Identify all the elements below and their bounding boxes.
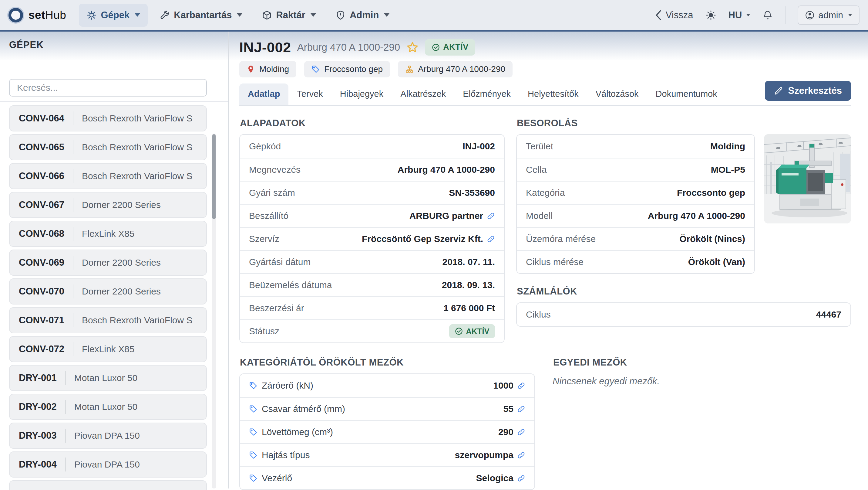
table-row: VezérlőSelogica: [240, 466, 534, 489]
link-icon[interactable]: [517, 382, 525, 390]
machine-list-item[interactable]: DRY-004Piovan DPA 150: [9, 452, 207, 478]
machine-list-item[interactable]: DRY-002Motan Luxor 50: [9, 394, 207, 420]
tab-dokumentumok[interactable]: Dokumentumok: [647, 84, 726, 105]
table-row: Záróerő (kN)1000: [240, 374, 534, 397]
machine-list-item[interactable]: CONV-071Bosch Rexroth VarioFlow S: [9, 307, 207, 333]
machine-code: CONV-067: [19, 199, 64, 210]
row-value: 1 676 000 Ft: [443, 303, 495, 313]
tab-content: ALAPADATOK GépkódINJ-002 MegnevezésArbur…: [239, 106, 851, 490]
link-icon[interactable]: [517, 474, 525, 482]
row-label: Gyári szám: [249, 188, 295, 198]
link-icon[interactable]: [517, 451, 525, 459]
wrench-icon: [159, 10, 170, 20]
table-row: TerületMolding: [517, 135, 754, 158]
chevron-down-icon: [311, 13, 316, 17]
machine-code: CONV-070: [19, 286, 64, 297]
machine-list-item[interactable]: CONV-068FlexLink X85: [9, 221, 207, 247]
link-icon[interactable]: [517, 405, 525, 413]
divider: [73, 111, 73, 125]
sidebar-scrollbar-thumb[interactable]: [212, 134, 216, 219]
table-row: Ciklus méréseÖrökölt (Van): [517, 250, 754, 273]
tab-valtozasok[interactable]: Változások: [587, 84, 647, 105]
box-icon: [262, 10, 272, 20]
row-value: Froccsonto gep: [677, 188, 745, 198]
tab-alkatreszek[interactable]: Alkatrészek: [392, 84, 454, 105]
machine-model: Piovan DPA 150: [74, 459, 140, 470]
machine-list-item[interactable]: CONV-072FlexLink X85: [9, 336, 207, 362]
tag-icon: [249, 474, 257, 482]
tab-tervek[interactable]: Tervek: [288, 84, 331, 105]
machine-model: Dorner 2200 Series: [82, 200, 161, 210]
theme-toggle[interactable]: [706, 10, 716, 21]
row-label: Szervíz: [249, 234, 279, 244]
row-value: Molding: [710, 141, 745, 151]
divider: [73, 140, 73, 154]
tab-hibajegyek[interactable]: Hibajegyek: [332, 84, 392, 105]
edit-button-label: Szerkesztés: [788, 85, 842, 96]
row-value: Örökölt (Nincs): [679, 234, 745, 244]
language-dropdown[interactable]: HU: [728, 10, 751, 21]
favorite-star-icon[interactable]: [406, 41, 419, 54]
user-menu[interactable]: admin: [798, 5, 860, 25]
row-value: 2018. 07. 11.: [442, 257, 495, 267]
tab-helyettesitok[interactable]: Helyettesítők: [519, 84, 587, 105]
edit-button[interactable]: Szerkesztés: [765, 81, 851, 101]
row-value: Arburg 470 A 1000-290: [398, 165, 495, 175]
machine-photo: [764, 134, 851, 224]
tag-icon: [249, 428, 257, 436]
machines-sidebar: GÉPEK CONV-064Bosch Rexroth VarioFlow S …: [0, 32, 229, 488]
machine-list-item[interactable]: CONV-069Dorner 2200 Series: [9, 250, 207, 276]
area-chip[interactable]: Molding: [239, 61, 296, 78]
tag-icon: [249, 381, 257, 390]
machine-list-item[interactable]: DRY-001Motan Luxor 50: [9, 365, 207, 391]
nav-item-karbantartas[interactable]: Karbantartás: [152, 4, 250, 27]
divider: [65, 458, 66, 471]
machine-model: Dorner 2200 Series: [82, 286, 161, 297]
row-value: Örökölt (Van): [688, 257, 745, 267]
link-icon[interactable]: [517, 428, 525, 436]
machine-model: Bosch Rexroth VarioFlow S: [82, 113, 193, 123]
inherited-fields-table: Záróerő (kN)1000 Csavar átmérő (mm)55 Lö…: [239, 373, 535, 490]
row-value: INJ-002: [463, 141, 495, 151]
chevron-down-icon: [384, 13, 390, 17]
chevron-down-icon: [237, 13, 242, 17]
row-value: 1000: [493, 380, 525, 391]
inherited-fields-section: KATEGÓRIÁTÓL ÖRÖKÖLT MEZŐK Záróerő (kN)1…: [239, 357, 535, 490]
link-icon[interactable]: [487, 235, 495, 243]
link-icon[interactable]: [487, 212, 495, 220]
tab-adatlap[interactable]: Adatlap: [239, 84, 288, 105]
category-chip[interactable]: Froccsonto gep: [304, 61, 390, 78]
map-pin-icon: [247, 65, 255, 74]
machine-list-item[interactable]: CONV-064Bosch Rexroth VarioFlow S: [9, 105, 207, 132]
tabs: Adatlap Tervek Hibajegyek Alkatrészek El…: [239, 84, 851, 106]
machine-model: Bosch Rexroth VarioFlow S: [82, 315, 193, 325]
section-heading: ALAPADATOK: [240, 118, 505, 129]
row-value: szervopumpa: [455, 450, 525, 460]
notifications-button[interactable]: [763, 10, 773, 20]
nav-item-label: Gépek: [101, 10, 129, 21]
tab-elozmenyek[interactable]: Előzmények: [454, 84, 519, 105]
machine-model: Dorner 2200 Series: [82, 257, 161, 268]
row-label: Modell: [526, 211, 553, 221]
machine-list-item[interactable]: CONV-065Bosch Rexroth VarioFlow S: [9, 134, 207, 160]
divider: [65, 371, 66, 385]
machine-list-item[interactable]: CONV-070Dorner 2200 Series: [9, 279, 207, 305]
search-input[interactable]: [9, 79, 207, 96]
back-button[interactable]: Vissza: [655, 10, 693, 21]
row-label: Megnevezés: [249, 165, 301, 175]
machine-list-item[interactable]: CONV-067Dorner 2200 Series: [9, 192, 207, 218]
machine-list-item-partial[interactable]: [9, 480, 207, 490]
nav-item-raktar[interactable]: Raktár: [254, 4, 323, 27]
row-value: SN-353690: [449, 188, 495, 198]
sitemap-icon: [405, 65, 414, 74]
machine-list-item[interactable]: CONV-066Bosch Rexroth VarioFlow S: [9, 163, 207, 189]
divider: [73, 342, 73, 356]
model-chip[interactable]: Arburg 470 A 1000-290: [398, 61, 513, 78]
machine-model: Bosch Rexroth VarioFlow S: [82, 171, 193, 181]
bell-icon: [763, 10, 773, 20]
nav-item-admin[interactable]: Admin: [328, 4, 397, 27]
machine-list-item[interactable]: DRY-003Piovan DPA 150: [9, 423, 207, 449]
row-value: ARBURG partner: [409, 211, 495, 221]
nav-item-gepek[interactable]: Gépek: [79, 4, 148, 27]
back-label: Vissza: [666, 10, 693, 21]
